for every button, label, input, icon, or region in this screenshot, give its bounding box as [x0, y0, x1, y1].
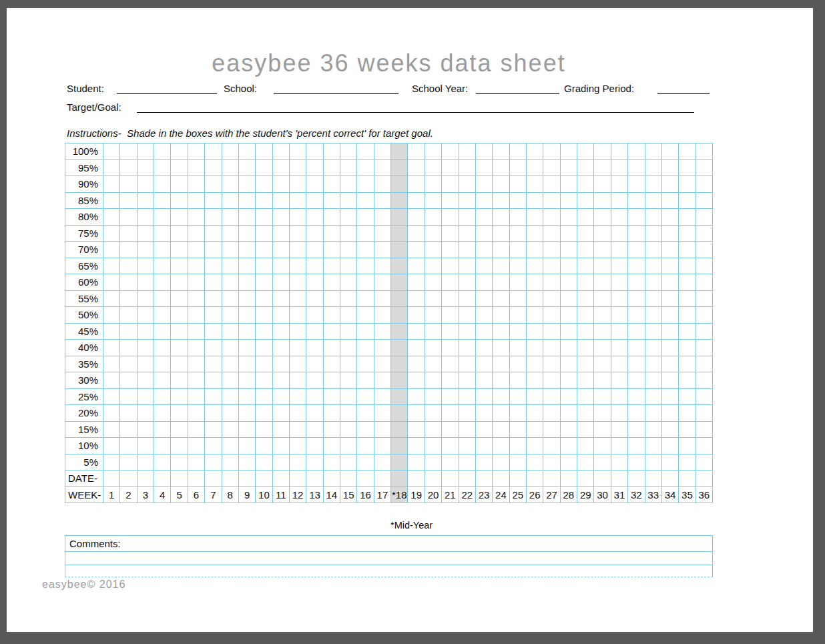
grid-cell-week-29[interactable]	[577, 274, 594, 291]
grid-cell-week-22[interactable]	[459, 242, 475, 258]
grid-cell-week-32[interactable]	[628, 225, 645, 242]
grid-cell-week-29[interactable]	[577, 307, 594, 324]
grid-cell-week-36[interactable]	[696, 323, 712, 340]
grid-cell-week-32[interactable]	[628, 388, 645, 405]
grid-cell-week-3[interactable]	[137, 372, 154, 389]
grid-cell-week-6[interactable]	[188, 290, 204, 307]
grid-cell-week-28[interactable]	[560, 274, 577, 291]
grid-cell-week-32[interactable]	[628, 323, 645, 340]
grid-cell-week-23[interactable]	[475, 225, 492, 242]
grid-cell-week-17[interactable]	[374, 274, 390, 291]
grid-cell-week-34[interactable]	[661, 290, 678, 307]
grid-cell-week-3[interactable]	[137, 159, 154, 176]
grid-cell-week-8[interactable]	[222, 356, 238, 372]
grid-cell-week-22[interactable]	[459, 225, 475, 242]
grid-cell-week-15[interactable]	[340, 143, 357, 160]
grid-cell-week-13[interactable]	[306, 372, 323, 389]
grid-cell-week-32[interactable]	[628, 405, 645, 422]
grid-cell-week-10[interactable]	[256, 159, 272, 176]
grid-cell-week-5[interactable]	[171, 290, 188, 307]
grid-cell-week-21[interactable]	[442, 242, 459, 258]
grid-cell-week-7[interactable]	[205, 209, 222, 226]
grid-cell-week-24[interactable]	[493, 421, 509, 438]
grid-cell-week-5[interactable]	[171, 225, 188, 242]
grid-cell-week-3[interactable]	[137, 176, 154, 193]
grid-cell-week-35[interactable]	[679, 274, 696, 291]
grid-cell-week-6[interactable]	[188, 438, 204, 454]
grid-cell-week-27[interactable]	[543, 323, 560, 340]
grid-cell-week-19[interactable]	[408, 258, 425, 274]
grid-cell-week-18[interactable]	[391, 356, 408, 372]
grid-cell-week-9[interactable]	[238, 143, 255, 160]
grid-cell-week-27[interactable]	[543, 405, 560, 422]
grid-cell-week-4[interactable]	[154, 209, 171, 226]
grid-cell-week-25[interactable]	[509, 192, 526, 209]
grid-cell-week-29[interactable]	[577, 323, 594, 340]
grid-cell-week-26[interactable]	[526, 225, 543, 242]
grid-cell-week-14[interactable]	[323, 372, 340, 389]
grid-cell-week-28[interactable]	[560, 405, 577, 422]
grid-cell-week-2[interactable]	[120, 176, 137, 193]
grid-cell-week-28[interactable]	[560, 242, 577, 258]
grid-cell-week-9[interactable]	[238, 421, 255, 438]
grid-cell-week-15[interactable]	[340, 438, 357, 454]
grid-cell-week-22[interactable]	[459, 192, 475, 209]
grid-cell-week-30[interactable]	[594, 372, 611, 389]
date-cell-week-13[interactable]	[306, 470, 323, 487]
grid-cell-week-21[interactable]	[442, 421, 459, 438]
grid-cell-week-20[interactable]	[425, 225, 441, 242]
grid-cell-week-3[interactable]	[137, 143, 154, 160]
grid-cell-week-2[interactable]	[120, 405, 137, 422]
grid-cell-week-28[interactable]	[560, 323, 577, 340]
grid-cell-week-35[interactable]	[679, 340, 696, 356]
grid-cell-week-22[interactable]	[459, 159, 475, 176]
grid-cell-week-8[interactable]	[222, 454, 238, 470]
grid-cell-week-27[interactable]	[543, 388, 560, 405]
grid-cell-week-20[interactable]	[425, 454, 441, 470]
grid-cell-week-32[interactable]	[628, 290, 645, 307]
grid-cell-week-10[interactable]	[256, 356, 272, 372]
grid-cell-week-23[interactable]	[475, 421, 492, 438]
grid-cell-week-34[interactable]	[661, 372, 678, 389]
grid-cell-week-20[interactable]	[425, 143, 441, 160]
grid-cell-week-1[interactable]	[103, 438, 120, 454]
grid-cell-week-35[interactable]	[679, 258, 696, 274]
grid-cell-week-21[interactable]	[442, 209, 459, 226]
grid-cell-week-23[interactable]	[475, 372, 492, 389]
grid-cell-week-31[interactable]	[611, 225, 627, 242]
grid-cell-week-7[interactable]	[205, 159, 222, 176]
date-cell-week-9[interactable]	[238, 470, 255, 487]
grid-cell-week-12[interactable]	[289, 290, 306, 307]
grid-cell-week-36[interactable]	[696, 454, 712, 470]
grid-cell-week-4[interactable]	[154, 438, 171, 454]
date-cell-week-21[interactable]	[442, 470, 459, 487]
grid-cell-week-13[interactable]	[306, 209, 323, 226]
grid-cell-week-18[interactable]	[391, 274, 408, 291]
grid-cell-week-18[interactable]	[391, 421, 408, 438]
grid-cell-week-2[interactable]	[120, 159, 137, 176]
grid-cell-week-6[interactable]	[188, 340, 204, 356]
grid-cell-week-20[interactable]	[425, 176, 441, 193]
grid-cell-week-33[interactable]	[645, 421, 661, 438]
grid-cell-week-16[interactable]	[357, 159, 374, 176]
grid-cell-week-30[interactable]	[594, 274, 611, 291]
grid-cell-week-35[interactable]	[679, 356, 696, 372]
grid-cell-week-31[interactable]	[611, 356, 627, 372]
grid-cell-week-21[interactable]	[442, 159, 459, 176]
grid-cell-week-2[interactable]	[120, 242, 137, 258]
grid-cell-week-7[interactable]	[205, 405, 222, 422]
grid-cell-week-36[interactable]	[696, 192, 712, 209]
grid-cell-week-6[interactable]	[188, 209, 204, 226]
grid-cell-week-17[interactable]	[374, 421, 390, 438]
grid-cell-week-12[interactable]	[289, 323, 306, 340]
grid-cell-week-13[interactable]	[306, 258, 323, 274]
grid-cell-week-24[interactable]	[493, 242, 509, 258]
grid-cell-week-17[interactable]	[374, 372, 390, 389]
grid-cell-week-13[interactable]	[306, 405, 323, 422]
grid-cell-week-20[interactable]	[425, 242, 441, 258]
grid-cell-week-16[interactable]	[357, 192, 374, 209]
grid-cell-week-20[interactable]	[425, 274, 441, 291]
grid-cell-week-25[interactable]	[509, 340, 526, 356]
grid-cell-week-24[interactable]	[493, 323, 509, 340]
grid-cell-week-17[interactable]	[374, 225, 390, 242]
